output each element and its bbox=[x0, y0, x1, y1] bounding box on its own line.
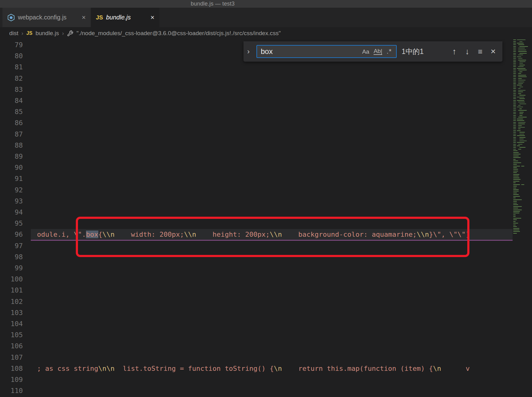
code-line[interactable] bbox=[31, 151, 513, 162]
minimap-line bbox=[513, 130, 516, 131]
minimap-line bbox=[513, 199, 522, 200]
line-number-gutter[interactable]: 7980818283848586878889909192939495969798… bbox=[0, 39, 31, 397]
find-widget: › Aa Ab| .* 1中的1 ↑ ↓ ≡ × bbox=[243, 41, 502, 62]
code-line[interactable] bbox=[31, 341, 513, 352]
code-line[interactable] bbox=[31, 62, 513, 73]
code-line[interactable] bbox=[31, 106, 513, 117]
minimap-line bbox=[513, 161, 518, 161]
code-token: \\n bbox=[417, 231, 429, 238]
minimap-line bbox=[518, 127, 525, 128]
code-line[interactable] bbox=[31, 252, 513, 263]
code-line[interactable] bbox=[31, 162, 513, 173]
code-line[interactable] bbox=[31, 207, 513, 218]
minimap-line bbox=[519, 61, 526, 62]
code-line[interactable] bbox=[31, 352, 513, 363]
next-match-icon[interactable]: ↓ bbox=[462, 46, 473, 57]
code-line[interactable] bbox=[31, 218, 513, 229]
minimap-line bbox=[513, 172, 517, 173]
minimap-line bbox=[517, 43, 524, 43]
minimap-line bbox=[519, 115, 522, 116]
match-case-icon[interactable]: Aa bbox=[362, 49, 369, 55]
minimap-line bbox=[518, 144, 522, 145]
code-editor[interactable]: 7980818283848586878889909192939495969798… bbox=[0, 39, 532, 397]
line-number: 87 bbox=[0, 129, 23, 140]
minimap-line bbox=[513, 87, 516, 87]
code-line[interactable] bbox=[31, 318, 513, 329]
close-tab-icon[interactable]: × bbox=[150, 14, 154, 21]
code-line[interactable] bbox=[31, 73, 513, 84]
minimap-line bbox=[513, 104, 516, 104]
code-line[interactable] bbox=[31, 185, 513, 196]
minimap-line bbox=[513, 181, 519, 182]
code-line[interactable] bbox=[31, 84, 513, 95]
close-find-icon[interactable]: × bbox=[488, 46, 499, 57]
line-number: 92 bbox=[0, 185, 23, 196]
code-line[interactable]: odule.i, \".box{\\n width: 200px;\\n hei… bbox=[31, 229, 513, 240]
minimap-line bbox=[513, 213, 519, 213]
minimap-line bbox=[519, 108, 522, 109]
minimap-line bbox=[518, 110, 527, 111]
code-line[interactable] bbox=[31, 129, 513, 140]
line-number: 109 bbox=[0, 374, 23, 385]
minimap-line bbox=[513, 201, 517, 202]
minimap-line bbox=[513, 182, 516, 183]
previous-match-icon[interactable]: ↑ bbox=[449, 46, 460, 57]
minimap-line bbox=[513, 162, 521, 163]
minimap-line bbox=[513, 117, 516, 117]
code-line[interactable] bbox=[31, 329, 513, 341]
line-number: 100 bbox=[0, 274, 23, 285]
find-in-selection-icon[interactable]: ≡ bbox=[475, 46, 486, 57]
code-line[interactable] bbox=[31, 240, 513, 252]
code-line[interactable] bbox=[31, 196, 513, 207]
minimap-line bbox=[518, 55, 523, 55]
code-line[interactable] bbox=[31, 173, 513, 184]
minimap-line bbox=[513, 55, 516, 55]
minimap-line bbox=[513, 98, 516, 99]
code-line[interactable] bbox=[31, 374, 513, 385]
chevron-right-icon: › bbox=[62, 30, 64, 37]
minimap-line bbox=[513, 122, 516, 123]
minimap-line bbox=[513, 39, 516, 40]
code-line[interactable] bbox=[31, 263, 513, 274]
toggle-replace-chevron-icon[interactable]: › bbox=[247, 48, 255, 55]
code-line[interactable] bbox=[31, 274, 513, 285]
minimap-line bbox=[517, 130, 521, 131]
whole-word-icon[interactable]: Ab| bbox=[374, 48, 382, 55]
code-line[interactable]: ; as css string\n\n list.toString = func… bbox=[31, 363, 513, 374]
tab-label: bundle.js bbox=[106, 14, 131, 21]
code-line[interactable] bbox=[31, 296, 513, 307]
minimap[interactable] bbox=[513, 39, 532, 243]
breadcrumb-item-bundle-js[interactable]: bundle.js bbox=[35, 30, 59, 37]
minimap-line bbox=[517, 39, 526, 40]
code-line[interactable] bbox=[31, 307, 513, 318]
minimap-line bbox=[519, 63, 523, 63]
find-input[interactable] bbox=[257, 47, 362, 56]
minimap-line bbox=[513, 221, 516, 222]
minimap-line bbox=[513, 137, 516, 138]
close-tab-icon[interactable]: × bbox=[82, 14, 86, 21]
minimap-line bbox=[513, 176, 519, 176]
code-token: height: 200px; bbox=[196, 231, 270, 238]
minimap-line bbox=[513, 68, 516, 69]
js-icon: JS bbox=[27, 31, 33, 36]
code-line[interactable] bbox=[31, 385, 513, 396]
minimap-line bbox=[513, 188, 516, 188]
code-token: ; as css string bbox=[37, 365, 98, 372]
tab-webpack-config[interactable]: webpack.config.js × bbox=[2, 8, 91, 27]
code-token: width: 200px; bbox=[115, 231, 184, 238]
code-line[interactable] bbox=[31, 140, 513, 151]
line-number: 95 bbox=[0, 218, 23, 229]
code-line[interactable] bbox=[31, 95, 513, 106]
minimap-line bbox=[518, 125, 522, 126]
regex-icon[interactable]: .* bbox=[387, 48, 392, 55]
minimap-line bbox=[513, 223, 518, 223]
code-line[interactable] bbox=[31, 285, 513, 296]
minimap-line bbox=[513, 73, 516, 74]
minimap-line bbox=[513, 92, 516, 92]
minimap-line bbox=[513, 100, 516, 101]
breadcrumb-item-css-module[interactable]: "./node_modules/_css-loader@3.6.0@css-lo… bbox=[76, 30, 280, 37]
breadcrumb-item-dist[interactable]: dist bbox=[9, 30, 18, 37]
tab-bundle-js[interactable]: JS bundle.js × bbox=[91, 8, 159, 27]
minimap-line bbox=[513, 193, 517, 193]
code-line[interactable] bbox=[31, 117, 513, 129]
